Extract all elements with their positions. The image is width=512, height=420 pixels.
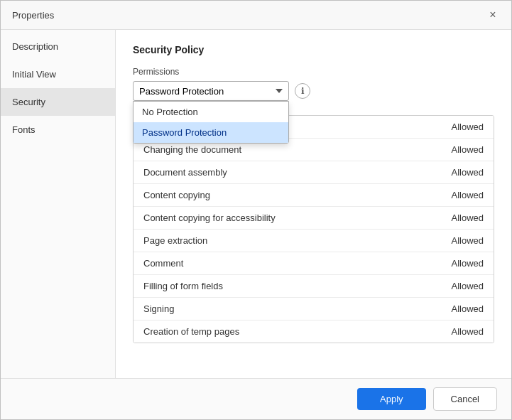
dialog-footer: Apply Cancel <box>1 378 511 419</box>
permission-name: Document assembly <box>143 167 227 178</box>
apply-button[interactable]: Apply <box>357 388 426 410</box>
table-row: Filling of form fields Allowed <box>134 275 494 298</box>
section-title: Security Policy <box>133 44 494 55</box>
permission-value: Allowed <box>451 326 484 337</box>
permission-value: Allowed <box>451 190 484 200</box>
permission-name: Changing the document <box>143 144 241 155</box>
cancel-button[interactable]: Cancel <box>433 387 497 411</box>
permission-name: Comment <box>143 258 183 269</box>
permissions-table: Printing Allowed Changing the document A… <box>133 115 494 343</box>
table-row: Page extraction Allowed <box>134 230 494 252</box>
table-row: Signing Allowed <box>134 298 494 321</box>
properties-dialog: Properties × Description Initial View Se… <box>0 0 512 420</box>
permission-value: Allowed <box>451 258 484 269</box>
permission-value: Allowed <box>451 235 484 246</box>
permission-name: Filling of form fields <box>143 281 223 291</box>
sidebar-item-initial-view[interactable]: Initial View <box>1 60 115 88</box>
security-policy-dropdown[interactable]: Password Protection <box>133 81 289 101</box>
dropdown-row: Password Protection No Protection Passwo… <box>133 81 494 101</box>
table-row: Content copying Allowed <box>134 184 494 207</box>
permission-name: Signing <box>143 303 174 314</box>
permission-value: Allowed <box>451 122 484 132</box>
sidebar-item-fonts[interactable]: Fonts <box>1 116 115 144</box>
title-bar: Properties × <box>1 1 511 30</box>
dialog-title: Properties <box>12 10 54 21</box>
sidebar-item-description[interactable]: Description <box>1 33 115 60</box>
permission-name: Content copying <box>143 190 210 200</box>
permissions-label: Permissions <box>133 67 494 77</box>
option-password-protection[interactable]: Password Protection <box>134 122 288 143</box>
table-row: Content copying for accessibility Allowe… <box>134 207 494 230</box>
permission-value: Allowed <box>451 281 484 291</box>
option-no-protection[interactable]: No Protection <box>134 102 288 122</box>
main-content: Security Policy Permissions Password Pro… <box>116 30 511 378</box>
dropdown-overlay: No Protection Password Protection <box>133 101 289 144</box>
table-row: Document assembly Allowed <box>134 161 494 184</box>
sidebar-item-security[interactable]: Security <box>1 88 115 116</box>
dialog-body: Description Initial View Security Fonts … <box>1 30 511 378</box>
permission-value: Allowed <box>451 303 484 314</box>
permission-value: Allowed <box>451 144 484 155</box>
table-row: Comment Allowed <box>134 252 494 275</box>
info-icon[interactable]: ℹ <box>295 83 310 99</box>
close-button[interactable]: × <box>486 8 500 22</box>
table-row: Creation of temp pages Allowed <box>134 321 494 343</box>
permission-name: Creation of temp pages <box>143 326 239 337</box>
sidebar: Description Initial View Security Fonts <box>1 30 116 378</box>
permission-name: Page extraction <box>143 235 207 246</box>
permission-value: Allowed <box>451 212 484 223</box>
permission-name: Content copying for accessibility <box>143 212 276 223</box>
permission-value: Allowed <box>451 167 484 178</box>
